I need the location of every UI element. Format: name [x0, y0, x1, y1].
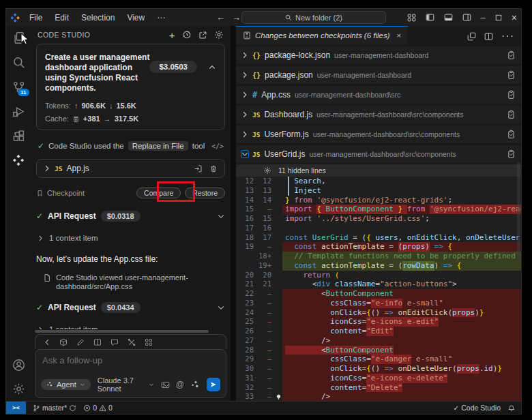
nav-forward-icon[interactable]: →	[232, 12, 241, 22]
scm-badge: 11	[18, 89, 29, 96]
diff-code-area[interactable]: 1212 Search,1313 Inject1414} from '@sync…	[236, 177, 521, 401]
menu-view[interactable]: View	[121, 12, 150, 24]
chevron-right-icon[interactable]	[44, 165, 50, 172]
api-request-row[interactable]: ✓ API Request $0.0434	[36, 302, 225, 313]
collapse-left-icon[interactable]	[44, 339, 50, 346]
nav-back-icon[interactable]: ←	[216, 12, 225, 22]
more-actions-icon[interactable]: ···	[501, 30, 514, 42]
enhance-sparkle-icon[interactable]	[191, 380, 200, 389]
file-path: user-management-dashboard\src\components	[316, 110, 463, 119]
split-editor-icon[interactable]	[484, 32, 493, 41]
extensions-icon[interactable]	[12, 130, 25, 142]
chevron-down-icon[interactable]	[217, 303, 225, 312]
mention-icon[interactable]: @	[176, 380, 184, 389]
editor-scrollbar[interactable]	[517, 162, 520, 258]
package-icon[interactable]	[59, 338, 68, 346]
code-studio-icon[interactable]	[12, 154, 25, 166]
branch-name: master*	[42, 404, 67, 412]
grid-icon[interactable]	[145, 338, 153, 346]
chevron-right-icon[interactable]	[241, 131, 248, 138]
hidden-lines-bar[interactable]: 11 hidden lines	[236, 164, 521, 177]
code-studio-status[interactable]: ✓ Code Studio	[453, 404, 501, 412]
panel-settings-gear-icon[interactable]	[214, 30, 224, 40]
chevron-right-icon[interactable]	[241, 72, 248, 78]
attach-image-icon[interactable]	[161, 380, 170, 389]
history-icon[interactable]	[182, 30, 192, 40]
chevron-right-icon[interactable]	[241, 52, 248, 59]
apply-file-icon[interactable]	[507, 130, 516, 139]
chevron-right-icon[interactable]	[241, 91, 248, 98]
chevron-down-icon[interactable]	[217, 212, 225, 220]
explorer-icon[interactable]	[12, 31, 25, 44]
changed-file-row-Dashboard.js[interactable]: JSDashboard.jsuser-management-dashboard\…	[236, 106, 521, 123]
run-debug-icon[interactable]	[12, 105, 25, 118]
apply-file-icon[interactable]	[507, 149, 516, 159]
panel-divider[interactable]	[231, 26, 236, 401]
model-selector[interactable]: Claude 3.7 Sonnet	[98, 376, 154, 393]
collapse-chevron-icon[interactable]	[208, 63, 216, 72]
context-items-row[interactable]: 1 context item	[36, 325, 225, 329]
new-chat-icon[interactable]: +	[169, 29, 175, 41]
accounts-icon[interactable]	[12, 359, 25, 372]
css-file-icon: #	[252, 90, 257, 100]
source-control-icon[interactable]: 11	[12, 80, 25, 93]
lightbulb-icon[interactable]	[274, 393, 282, 401]
file-card[interactable]: JS App.js	[36, 159, 225, 178]
send-button[interactable]	[207, 378, 220, 391]
tab-changes-between-checkpoints[interactable]: Changes between checkpoints (6 files) ×	[236, 26, 408, 44]
branch-indicator[interactable]: master*	[33, 404, 76, 412]
changed-file-row-UserForm.js[interactable]: JSUserForm.jsuser-management-dashboard\s…	[236, 125, 521, 143]
apply-file-icon[interactable]	[507, 110, 516, 119]
changed-file-row-UserGrid.js[interactable]: JSUserGrid.jsuser-management-dashboard\s…	[236, 145, 521, 163]
chevron-right-icon[interactable]	[241, 111, 248, 118]
edit-pencil-icon[interactable]	[76, 338, 85, 346]
changed-file-row-package.json[interactable]: {}package.jsonuser-management-dashboard	[236, 66, 521, 84]
book-icon[interactable]	[93, 338, 102, 346]
view-code-icon[interactable]: </>	[211, 142, 224, 150]
menu-more[interactable]: ⋯	[151, 12, 171, 24]
remote-indicator[interactable]: ><	[6, 402, 26, 414]
apply-changes-icon[interactable]	[194, 164, 203, 173]
tools-icon[interactable]	[128, 338, 136, 346]
settings-gear-icon[interactable]	[12, 382, 25, 395]
command-search-box[interactable]: New folder (2)	[241, 11, 386, 24]
apply-file-icon[interactable]	[507, 90, 516, 100]
trash-icon[interactable]	[209, 164, 218, 173]
compare-button[interactable]: Compare	[136, 188, 181, 198]
request-card[interactable]: Create a user management dashboard appli…	[36, 44, 225, 130]
file-icon	[43, 273, 51, 282]
changed-file-row-package-lock.json[interactable]: {}package-lock.jsonuser-management-dashb…	[236, 46, 521, 64]
search-sidebar-icon[interactable]	[12, 56, 25, 69]
apply-file-icon[interactable]	[507, 70, 516, 80]
menu-file[interactable]: File	[24, 12, 48, 24]
comment-icon[interactable]	[110, 338, 119, 346]
menu-edit[interactable]: Edit	[49, 12, 74, 24]
chevron-right-icon	[38, 235, 44, 241]
open-in-editor-icon[interactable]	[198, 31, 207, 40]
horizontal-scrollbar[interactable]	[35, 330, 224, 333]
restore-button[interactable]: Restore	[185, 188, 225, 198]
chevron-down-icon[interactable]	[241, 151, 248, 158]
menu-selection[interactable]: Selection	[76, 12, 120, 24]
tab-close-icon[interactable]: ×	[397, 31, 402, 40]
context-items-row[interactable]: 1 context item	[36, 234, 225, 242]
window-maximize-icon[interactable]	[495, 14, 502, 21]
followup-input[interactable]: Ask a follow-up Agent Claude 3.7 Sonnet	[35, 349, 226, 398]
api-request-row[interactable]: ✓ API Request $0.0318	[36, 211, 225, 222]
mode-selector[interactable]: Agent	[41, 379, 91, 390]
chat-scroll-area[interactable]: Create a user management dashboard appli…	[31, 44, 231, 329]
toggle-panel-icon[interactable]	[444, 13, 453, 22]
toggle-secondary-sidebar-icon[interactable]	[462, 13, 471, 22]
changed-file-row-App.css[interactable]: #App.cssuser-management-dashboard\src	[236, 86, 521, 104]
problems-indicator[interactable]: 0 0	[83, 404, 113, 412]
notifications-bell-icon[interactable]	[507, 404, 516, 412]
sync-icon[interactable]	[69, 404, 76, 412]
customize-layout-icon[interactable]	[407, 13, 416, 22]
window-minimize-icon[interactable]: –	[481, 12, 486, 22]
toggle-sidebar-icon[interactable]	[426, 13, 434, 22]
mode-label: Agent	[57, 380, 76, 389]
apply-file-icon[interactable]	[507, 50, 516, 60]
chevron-down-icon	[80, 382, 85, 387]
open-changes-icon[interactable]	[467, 32, 476, 41]
window-close-icon[interactable]: ×	[512, 12, 517, 23]
